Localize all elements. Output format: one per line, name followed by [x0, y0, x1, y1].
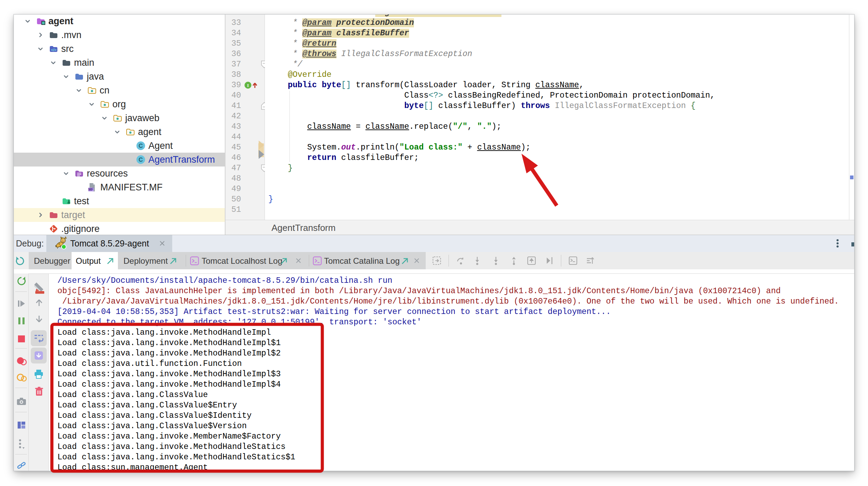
svg-text:</>: </>	[51, 48, 57, 52]
svg-text:C: C	[139, 143, 143, 149]
svg-text:I: I	[247, 83, 249, 88]
svg-text:MF: MF	[89, 188, 93, 191]
svg-text:C: C	[139, 156, 143, 163]
